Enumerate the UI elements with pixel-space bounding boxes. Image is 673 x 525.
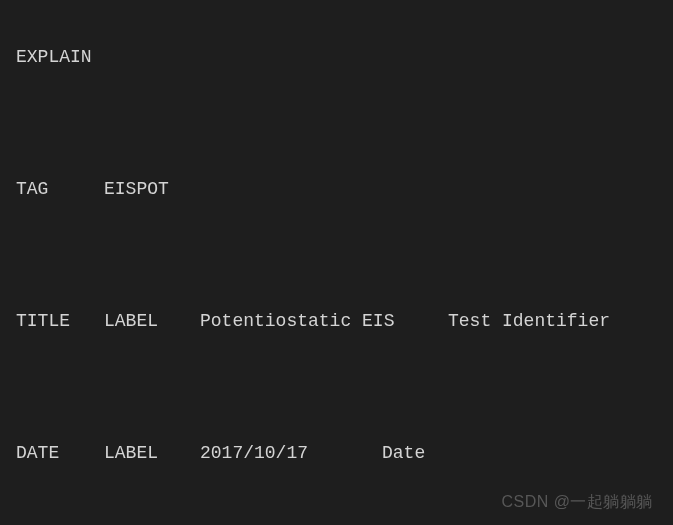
blank-line bbox=[16, 239, 657, 272]
tag-line: TAGEISPOT bbox=[16, 173, 657, 206]
date-line: DATELABEL2017/10/17Date bbox=[16, 437, 657, 470]
title-value: Potentiostatic EIS bbox=[200, 305, 448, 338]
tag-key: TAG bbox=[16, 173, 104, 206]
title-line: TITLELABELPotentiostatic EISTest Identif… bbox=[16, 305, 657, 338]
date-type: LABEL bbox=[104, 437, 200, 470]
tag-value: EISPOT bbox=[104, 173, 200, 206]
title-type: LABEL bbox=[104, 305, 200, 338]
date-value: 2017/10/17 bbox=[200, 437, 382, 470]
explain-line: EXPLAIN bbox=[16, 41, 657, 74]
date-desc: Date bbox=[382, 437, 425, 470]
code-area: EXPLAIN TAGEISPOT TITLELABELPotentiostat… bbox=[0, 0, 673, 525]
watermark-text: CSDN @一起躺躺躺 bbox=[501, 492, 653, 513]
blank-line bbox=[16, 371, 657, 404]
date-key: DATE bbox=[16, 437, 104, 470]
blank-line bbox=[16, 107, 657, 140]
explain-key: EXPLAIN bbox=[16, 41, 104, 74]
title-key: TITLE bbox=[16, 305, 104, 338]
title-desc: Test Identifier bbox=[448, 305, 610, 338]
